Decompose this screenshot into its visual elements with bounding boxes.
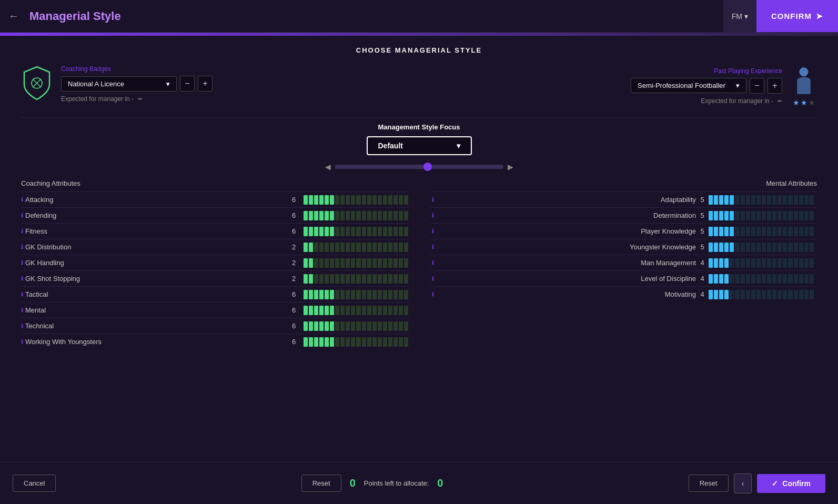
divider-1 bbox=[21, 117, 817, 118]
attr-name: GK Distribution bbox=[25, 243, 288, 251]
bar-segment bbox=[719, 195, 723, 205]
info-icon[interactable]: ℹ bbox=[21, 228, 23, 235]
bar-segment bbox=[325, 211, 329, 220]
bar-segment bbox=[340, 211, 345, 220]
pencil-icon[interactable]: ✏ bbox=[138, 96, 143, 102]
bar-segment bbox=[756, 195, 761, 205]
coaching-attr-row: ℹTactical6 bbox=[21, 286, 409, 302]
mental-attr-value: 5 bbox=[696, 243, 709, 251]
mental-attr-name: Youngster Knowledge bbox=[434, 243, 696, 251]
chevron-down-icon: ▾ bbox=[744, 12, 748, 21]
bar-segment bbox=[362, 337, 366, 347]
prev-button[interactable]: ‹ bbox=[734, 473, 752, 493]
bar-segment bbox=[393, 274, 398, 284]
bar-segment bbox=[399, 243, 403, 252]
focus-dropdown[interactable]: Default ▾ bbox=[367, 136, 472, 155]
bar-segment bbox=[319, 290, 324, 299]
reset-right-button[interactable]: Reset bbox=[689, 475, 729, 492]
info-icon[interactable]: ℹ bbox=[21, 275, 23, 282]
mental-attr-row: 5Adaptabilityℹ bbox=[430, 191, 817, 207]
focus-section: Management Style Focus Default ▾ bbox=[21, 123, 817, 155]
confirm-button[interactable]: ✓ Confirm bbox=[757, 474, 825, 493]
bar-segment bbox=[362, 211, 366, 220]
top-bar-right: FM ▾ CONFIRM ➤ bbox=[723, 0, 838, 32]
bar-segment bbox=[393, 290, 398, 299]
top-confirm-button[interactable]: CONFIRM ➤ bbox=[756, 0, 838, 32]
points-right-value: 0 bbox=[437, 477, 443, 489]
coaching-badge-dropdown[interactable]: National A Licence ▾ bbox=[61, 76, 177, 92]
fm-menu-button[interactable]: FM ▾ bbox=[723, 0, 756, 32]
bar-segment bbox=[351, 227, 355, 236]
cancel-button[interactable]: Cancel bbox=[13, 475, 56, 492]
bar-segment bbox=[335, 211, 339, 220]
bar-segment bbox=[783, 227, 787, 236]
back-button[interactable]: ← bbox=[8, 10, 19, 22]
bar-segment bbox=[730, 290, 734, 299]
bar-segment bbox=[304, 321, 308, 331]
bar-segment bbox=[714, 290, 718, 299]
bar-segment bbox=[799, 274, 803, 284]
bar-segment bbox=[399, 306, 403, 315]
coaching-attr-row: ℹGK Handling2 bbox=[21, 255, 409, 270]
bar-segment bbox=[325, 290, 329, 299]
bar-segment bbox=[709, 258, 713, 268]
slider-track[interactable] bbox=[335, 165, 503, 169]
info-icon[interactable]: ℹ bbox=[21, 244, 23, 250]
bar-segment bbox=[794, 290, 798, 299]
bar-segment bbox=[741, 290, 745, 299]
bar-segment bbox=[788, 258, 792, 268]
coaching-attributes-col: Coaching Attributes ℹAttacking6ℹDefendin… bbox=[21, 179, 409, 349]
info-icon[interactable]: ℹ bbox=[21, 212, 23, 219]
bar-segment bbox=[724, 211, 729, 220]
bar-segment bbox=[404, 243, 408, 252]
mental-attr-row: 4Level of Disciplineℹ bbox=[430, 270, 817, 286]
coaching-badge-increase[interactable]: + bbox=[198, 76, 213, 92]
bar-segment bbox=[309, 337, 313, 347]
info-icon[interactable]: ℹ bbox=[21, 338, 23, 345]
bar-segment bbox=[714, 211, 718, 220]
attr-name: Tactical bbox=[25, 290, 288, 298]
attr-value: 6 bbox=[288, 338, 300, 346]
info-icon[interactable]: ℹ bbox=[21, 291, 23, 298]
reset-left-button[interactable]: Reset bbox=[301, 475, 341, 492]
attr-value: 6 bbox=[288, 322, 300, 330]
bar-segment bbox=[309, 227, 313, 236]
bar-container bbox=[709, 243, 814, 252]
bar-segment bbox=[314, 195, 318, 205]
mental-attributes-col: Mental Attributes 5Adaptabilityℹ5Determi… bbox=[430, 179, 817, 349]
experience-pencil-icon[interactable]: ✏ bbox=[778, 98, 782, 104]
bar-segment bbox=[383, 195, 387, 205]
slider-left-arrow[interactable]: ◀ bbox=[325, 163, 331, 171]
bar-segment bbox=[362, 306, 366, 315]
bar-segment bbox=[724, 243, 729, 252]
bar-segment bbox=[799, 195, 803, 205]
bar-segment bbox=[772, 290, 776, 299]
bar-segment bbox=[730, 195, 734, 205]
bar-container bbox=[304, 211, 409, 220]
bar-segment bbox=[325, 227, 329, 236]
experience-decrease[interactable]: − bbox=[750, 78, 764, 94]
bar-segment bbox=[346, 258, 350, 268]
bar-segment bbox=[783, 274, 787, 284]
bar-segment bbox=[388, 195, 392, 205]
bar-segment bbox=[404, 321, 408, 331]
info-icon[interactable]: ℹ bbox=[21, 259, 23, 266]
bar-segment bbox=[335, 274, 339, 284]
coaching-badge-decrease[interactable]: − bbox=[180, 76, 195, 92]
bar-segment bbox=[804, 243, 809, 252]
bar-segment bbox=[388, 243, 392, 252]
experience-dropdown[interactable]: Semi-Professional Footballer ▾ bbox=[631, 78, 746, 93]
experience-increase[interactable]: + bbox=[768, 78, 782, 94]
bar-segment bbox=[404, 306, 408, 315]
bar-segment bbox=[330, 243, 334, 252]
info-icon[interactable]: ℹ bbox=[21, 196, 23, 203]
bar-segment bbox=[304, 258, 308, 268]
slider-right-arrow[interactable]: ▶ bbox=[508, 163, 513, 171]
bar-segment bbox=[746, 290, 750, 299]
arrow-right-icon: ➤ bbox=[816, 12, 823, 21]
info-icon[interactable]: ℹ bbox=[21, 307, 23, 314]
slider-thumb[interactable] bbox=[423, 163, 432, 171]
experience-expected-text: Expected for manager in - ✏ bbox=[701, 97, 782, 105]
bar-segment bbox=[741, 211, 745, 220]
info-icon[interactable]: ℹ bbox=[21, 322, 23, 329]
